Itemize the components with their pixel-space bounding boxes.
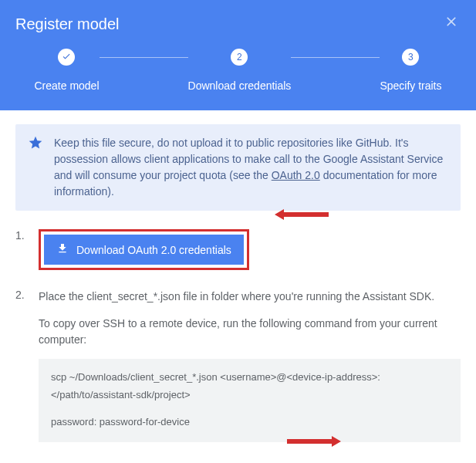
step-connector [100, 57, 188, 58]
step-circle-current: 2 [231, 49, 248, 66]
code-line: scp ~/Downloads/client_secret_*.json <us… [51, 370, 448, 386]
download-button-label: Download OAuth 2.0 credentials [76, 244, 231, 256]
step-circle-done [58, 49, 75, 66]
download-icon [56, 242, 69, 257]
instruction-text: To copy over SSH to a remote device, run… [39, 316, 461, 348]
download-credentials-button[interactable]: Download OAuth 2.0 credentials [44, 235, 244, 265]
dialog-title: Register model [15, 15, 461, 33]
step-label: Specify traits [380, 79, 441, 92]
step-label: Download credentials [188, 79, 292, 92]
security-info-box: Keep this file secure, do not upload it … [15, 124, 461, 211]
code-line: password: password-for-device [51, 414, 448, 431]
stepper: Create model 2 Download credentials 3 Sp… [15, 49, 461, 92]
step-label: Create model [34, 79, 99, 92]
info-text: Keep this file secure, do not upload it … [54, 135, 448, 200]
instruction-item-2: 2. Place the client_secret_*.json file i… [15, 289, 461, 442]
code-line: </path/to/assistant-sdk/project> [51, 387, 448, 404]
close-button[interactable] [444, 14, 459, 32]
dialog-header: Register model Create model 2 Download c… [0, 0, 476, 110]
item-number: 1. [15, 229, 29, 270]
step-connector [291, 57, 380, 58]
star-icon [28, 135, 43, 200]
code-snippet: scp ~/Downloads/client_secret_*.json <us… [39, 359, 461, 442]
step-download-credentials: 2 Download credentials [188, 49, 292, 92]
instruction-text: Place the client_secret_*.json file in f… [39, 289, 461, 305]
instruction-item-1: 1. Download OAuth 2.0 credentials [15, 229, 461, 270]
download-button-highlight: Download OAuth 2.0 credentials [39, 229, 249, 270]
close-icon [444, 19, 459, 32]
instruction-list: 1. Download OAuth 2.0 credentials 2. Pla… [15, 229, 461, 442]
annotation-arrow-icon [275, 207, 329, 225]
dialog-content: Keep this file secure, do not upload it … [0, 110, 476, 463]
annotation-arrow-icon [287, 434, 341, 452]
step-create-model: Create model [34, 49, 99, 92]
step-circle-future: 3 [402, 49, 419, 66]
oauth-link[interactable]: OAuth 2.0 [272, 169, 320, 181]
item-number: 2. [15, 289, 29, 442]
checkmark-icon [62, 52, 71, 63]
step-specify-traits: 3 Specify traits [380, 49, 441, 92]
